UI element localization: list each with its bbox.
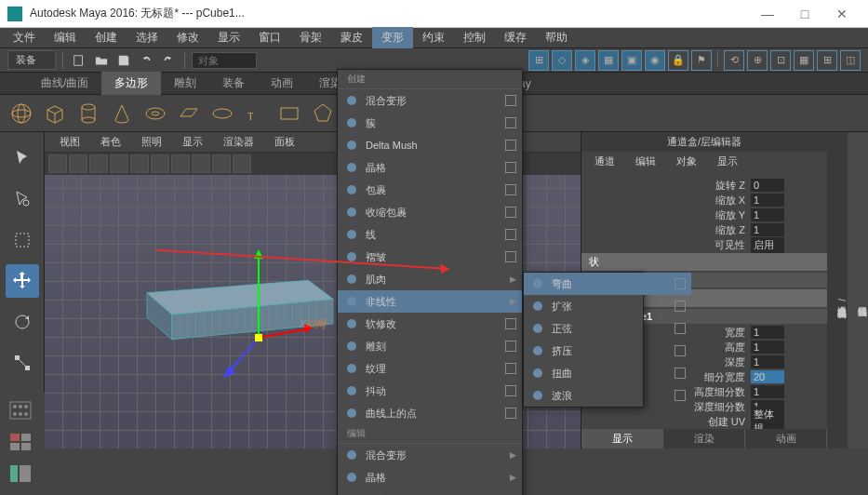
snap-point-icon[interactable]: ◈: [575, 50, 595, 71]
ipr-icon[interactable]: ◉: [645, 50, 665, 71]
menu-item-纹理[interactable]: 纹理: [338, 357, 522, 380]
ch-menu-通道[interactable]: 通道: [585, 153, 624, 170]
menu-item-收缩包裹[interactable]: 收缩包裹: [338, 201, 522, 223]
menu-变形[interactable]: 变形: [372, 27, 413, 48]
shelf-tab-4[interactable]: 动画: [258, 72, 306, 95]
side-panel-tab-1[interactable]: 通道盒/层编辑器: [827, 132, 848, 448]
poly-disc-icon[interactable]: [208, 100, 236, 127]
poly-cube-icon[interactable]: [41, 100, 69, 127]
shape-header[interactable]: 状: [581, 253, 827, 271]
menu-item-挤压[interactable]: 挤压: [524, 340, 691, 362]
layout-single-icon[interactable]: [4, 396, 37, 424]
snap-view-icon[interactable]: ▦: [598, 50, 619, 71]
vp-tool-3[interactable]: [89, 154, 108, 173]
menu-蒙皮[interactable]: 蒙皮: [331, 27, 372, 48]
menu-item-晶格[interactable]: 晶格: [338, 156, 522, 179]
tool4-icon[interactable]: ▦: [794, 50, 814, 71]
lasso-tool-icon[interactable]: [6, 182, 39, 216]
attr-row[interactable]: 旋转 Z0: [581, 178, 827, 193]
vp-tool-9[interactable]: [212, 154, 231, 173]
selection-mode-input[interactable]: [192, 52, 257, 69]
menu-选择[interactable]: 选择: [127, 27, 167, 48]
menu-item-包裹[interactable]: 包裹▶: [338, 488, 522, 495]
undo-icon[interactable]: [137, 51, 155, 70]
vp-tool-7[interactable]: [171, 154, 190, 173]
close-button[interactable]: ✕: [823, 1, 861, 27]
layout-four-icon[interactable]: [4, 428, 37, 456]
menu-item-扭曲[interactable]: 扭曲: [524, 362, 691, 384]
vp-menu-显示[interactable]: 显示: [173, 133, 212, 151]
poly-attr-row[interactable]: 创建 UV整体规...: [581, 414, 827, 429]
vp-menu-面板[interactable]: 面板: [265, 133, 304, 151]
menu-item-包裹[interactable]: 包裹: [338, 179, 522, 201]
vp-tool-10[interactable]: [233, 154, 251, 173]
vp-menu-照明[interactable]: 照明: [132, 133, 171, 151]
move-tool-icon[interactable]: [6, 264, 39, 298]
poly-sphere-icon[interactable]: [7, 100, 35, 127]
menu-item-褶皱[interactable]: 褶皱: [338, 246, 522, 268]
tool6-icon[interactable]: ◫: [840, 50, 861, 71]
vp-tool-8[interactable]: [192, 154, 210, 173]
maximize-button[interactable]: □: [786, 1, 823, 27]
side-panel-tab-2[interactable]: 属性编辑器: [848, 132, 868, 448]
menu-item-线[interactable]: 线: [338, 223, 522, 246]
open-icon[interactable]: [92, 51, 111, 70]
menu-item-肌肉[interactable]: 肌肉▶: [338, 268, 522, 290]
menu-创建[interactable]: 创建: [86, 27, 127, 48]
menu-显示[interactable]: 显示: [208, 27, 249, 48]
shelf-tab-3[interactable]: 装备: [209, 72, 258, 95]
rotate-tool-icon[interactable]: [6, 305, 39, 339]
attr-row[interactable]: 缩放 Y1: [581, 207, 827, 222]
lock-icon[interactable]: 🔒: [668, 50, 688, 71]
menu-修改[interactable]: 修改: [167, 27, 208, 48]
select-tool-icon[interactable]: [6, 141, 39, 175]
mode-dropdown[interactable]: 装备: [7, 50, 56, 70]
poly-platonic-icon[interactable]: [309, 100, 337, 127]
poly-cone-icon[interactable]: [108, 100, 136, 127]
render-icon[interactable]: ▣: [621, 50, 642, 71]
menu-item-混合变形[interactable]: 混合变形: [338, 89, 522, 112]
menu-item-软修改[interactable]: 软修改: [338, 313, 522, 335]
shelf-tab-1[interactable]: 多边形: [101, 72, 161, 95]
menu-item-非线性[interactable]: 非线性▶: [338, 290, 522, 313]
shelf-tab-0[interactable]: 曲线/曲面: [28, 72, 101, 95]
tool3-icon[interactable]: ⊡: [770, 50, 791, 71]
scale-tool-icon[interactable]: [6, 346, 39, 380]
attr-row[interactable]: 缩放 Z1: [581, 222, 827, 237]
vp-menu-着色[interactable]: 着色: [91, 133, 130, 151]
menu-item-弯曲[interactable]: 弯曲: [524, 273, 691, 295]
vp-tool-2[interactable]: [69, 154, 87, 173]
menu-item-雕刻[interactable]: 雕刻: [338, 335, 522, 357]
menu-控制[interactable]: 控制: [454, 27, 495, 48]
menu-item-正弦[interactable]: 正弦: [524, 317, 691, 340]
menu-item-曲线上的点[interactable]: 曲线上的点: [338, 402, 522, 424]
snap-curve-icon[interactable]: ◇: [552, 50, 572, 71]
menu-item-簇[interactable]: 簇: [338, 112, 522, 134]
vp-tool-1[interactable]: [48, 154, 67, 173]
layer-tab-0[interactable]: 显示: [581, 429, 663, 448]
layer-tab-1[interactable]: 渲染: [663, 429, 745, 448]
vp-menu-视图[interactable]: 视图: [50, 133, 89, 151]
menu-item-扩张[interactable]: 扩张: [524, 295, 691, 317]
shelf-tab-2[interactable]: 雕刻: [161, 72, 209, 95]
menu-约束[interactable]: 约束: [413, 27, 454, 48]
poly-plane-icon[interactable]: [175, 100, 203, 127]
menu-item-晶格[interactable]: 晶格▶: [338, 466, 522, 488]
layout-outliner-icon[interactable]: [4, 460, 37, 488]
menu-item-波浪[interactable]: 波浪: [524, 384, 691, 407]
menu-item-抖动[interactable]: 抖动: [338, 380, 522, 402]
vp-tool-6[interactable]: [151, 154, 169, 173]
snap-grid-icon[interactable]: ⊞: [528, 50, 549, 71]
tool2-icon[interactable]: ⊕: [747, 50, 768, 71]
menu-窗口[interactable]: 窗口: [249, 27, 290, 48]
attr-row[interactable]: 缩放 X1: [581, 193, 827, 207]
move-gizmo[interactable]: [203, 245, 314, 384]
menu-缓存[interactable]: 缓存: [495, 27, 536, 48]
menu-item-混合变形[interactable]: 混合变形▶: [338, 444, 522, 466]
poly-svg-icon[interactable]: [275, 100, 303, 127]
poly-cylinder-icon[interactable]: [74, 100, 102, 127]
tool5-icon[interactable]: ⊞: [817, 50, 837, 71]
ch-menu-显示[interactable]: 显示: [708, 153, 747, 170]
new-scene-icon[interactable]: [70, 51, 88, 70]
menu-骨架[interactable]: 骨架: [290, 27, 331, 48]
